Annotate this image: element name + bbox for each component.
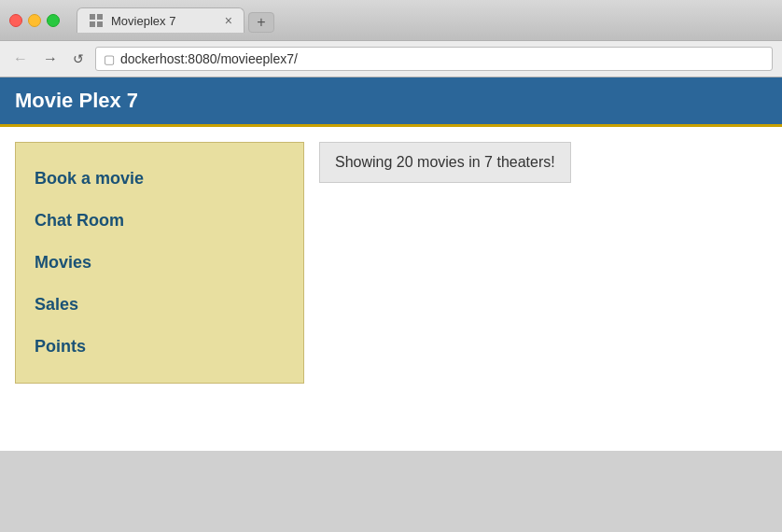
reload-button[interactable]: ↺ [69, 49, 88, 68]
sidebar-item-points[interactable]: Points [16, 326, 303, 368]
minimize-traffic-light[interactable] [28, 14, 41, 27]
sidebar-item-sales[interactable]: Sales [16, 284, 303, 326]
sidebar-item-movies[interactable]: Movies [16, 242, 303, 284]
tab-bar: Movieplex 7 × + [77, 7, 274, 33]
close-traffic-light[interactable] [9, 14, 22, 27]
tab-favicon-icon [89, 13, 104, 28]
new-tab-button[interactable]: + [248, 12, 274, 33]
traffic-lights [9, 14, 60, 27]
svg-rect-0 [90, 14, 95, 20]
title-bar: Movieplex 7 × + [0, 0, 782, 40]
forward-button[interactable]: → [39, 49, 62, 69]
url-page-icon: ▢ [104, 52, 115, 66]
sidebar-item-book-a-movie[interactable]: Book a movie [16, 158, 303, 200]
address-bar: ← → ↺ ▢ dockerhost:8080/movieeplex7/ [0, 40, 782, 77]
tab-close-button[interactable]: × [225, 13, 232, 28]
svg-rect-3 [97, 21, 103, 27]
url-text: dockerhost:8080/movieeplex7/ [120, 51, 298, 66]
url-bar[interactable]: ▢ dockerhost:8080/movieeplex7/ [95, 47, 773, 71]
back-button[interactable]: ← [9, 49, 32, 69]
svg-rect-1 [97, 14, 103, 20]
maximize-traffic-light[interactable] [47, 14, 60, 27]
page-content: Movie Plex 7 Book a movie Chat Room Movi… [0, 77, 782, 451]
sidebar: Book a movie Chat Room Movies Sales Poin… [15, 142, 304, 384]
browser-chrome: Movieplex 7 × + ← → ↺ ▢ dockerhost:8080/… [0, 0, 782, 451]
app-title: Movie Plex 7 [15, 89, 138, 112]
app-body: Book a movie Chat Room Movies Sales Poin… [0, 127, 782, 399]
svg-rect-2 [90, 21, 95, 27]
tab-label: Movieplex 7 [111, 14, 175, 28]
main-content: Showing 20 movies in 7 theaters! [319, 142, 767, 384]
app-header: Movie Plex 7 [0, 77, 782, 127]
browser-tab[interactable]: Movieplex 7 × [77, 7, 244, 33]
info-text: Showing 20 movies in 7 theaters! [335, 154, 555, 170]
info-box: Showing 20 movies in 7 theaters! [319, 142, 571, 183]
sidebar-item-chat-room[interactable]: Chat Room [16, 200, 303, 242]
